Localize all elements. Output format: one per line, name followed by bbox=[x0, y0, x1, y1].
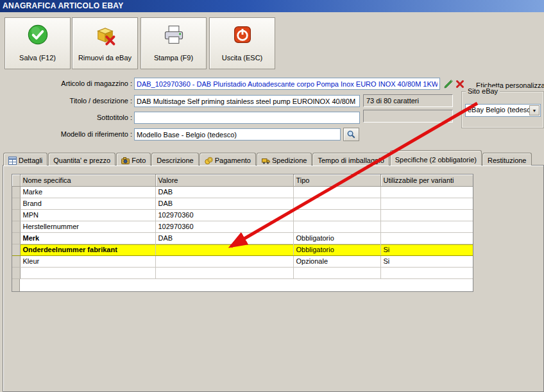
clear-article-icon[interactable] bbox=[455, 79, 465, 89]
cell-varianti[interactable] bbox=[380, 198, 473, 209]
corner-cell bbox=[12, 175, 20, 186]
specifics-table: Nome specificaValoreTipoUtilizzabile per… bbox=[12, 175, 473, 279]
tab-spedizione[interactable]: Spedizione bbox=[257, 153, 312, 166]
grid-icon bbox=[8, 157, 17, 165]
cell-valore[interactable]: 102970360 bbox=[155, 221, 293, 232]
sottotitolo-char-count bbox=[363, 110, 453, 123]
table-row[interactable]: Onderdeelnummer fabrikantObbligatorioSi bbox=[12, 244, 473, 255]
tab-restituzione[interactable]: Restituzione bbox=[482, 153, 532, 166]
cell-valore[interactable]: DAB bbox=[155, 198, 293, 209]
tab-strip: DettagliQuantita' e prezzoFotoDescrizion… bbox=[3, 150, 532, 166]
truck-icon bbox=[262, 157, 270, 165]
cell-nome[interactable]: Onderdeelnummer fabrikant bbox=[20, 244, 155, 255]
row-selector[interactable] bbox=[12, 221, 20, 232]
row-selector[interactable] bbox=[12, 232, 20, 244]
cell-tipo[interactable] bbox=[293, 221, 380, 232]
exit-icon bbox=[231, 23, 254, 46]
sito-ebay-combobox[interactable]: eBay Belgio (tedesco) ▼ bbox=[465, 104, 541, 117]
tab-specifiche-2-obbligatorie[interactable]: Specifiche (2 obbligatorie) bbox=[390, 150, 482, 166]
cell-valore[interactable]: 102970360 bbox=[155, 209, 293, 221]
row-selector[interactable] bbox=[12, 267, 20, 278]
save-button-label: Salva (F12) bbox=[5, 54, 70, 62]
cell-valore[interactable]: DAB bbox=[155, 232, 293, 244]
sottotitolo-input[interactable] bbox=[134, 112, 360, 124]
cell-valore[interactable] bbox=[155, 244, 293, 255]
tab-label: Descrizione bbox=[157, 157, 193, 164]
tab-quantita-e-prezzo[interactable]: Quantita' e prezzo bbox=[48, 153, 115, 166]
print-button[interactable]: Stampa (F9) bbox=[140, 17, 207, 69]
modello-input[interactable] bbox=[134, 128, 341, 141]
cell-varianti[interactable]: Si bbox=[380, 244, 473, 255]
cell-nome[interactable]: MPN bbox=[20, 209, 155, 221]
cell-nome[interactable]: Marke bbox=[20, 186, 155, 198]
cell-varianti[interactable] bbox=[380, 232, 473, 244]
save-button[interactable]: Salva (F12) bbox=[4, 17, 71, 69]
row-selector[interactable] bbox=[12, 198, 20, 209]
column-header[interactable]: Utilizzabile per varianti bbox=[380, 175, 473, 186]
table-row[interactable]: BrandDAB bbox=[12, 198, 473, 209]
tab-label: Tempo di imballaggio bbox=[318, 157, 384, 164]
cell-valore[interactable] bbox=[155, 267, 293, 278]
tab-label: Pagamento bbox=[215, 157, 251, 164]
remove-from-ebay-label: Rimuovi da eBay bbox=[72, 54, 137, 62]
cell-nome[interactable]: Merk bbox=[20, 232, 155, 244]
cell-tipo[interactable]: Opzionale bbox=[293, 255, 380, 267]
articolo-input[interactable] bbox=[134, 78, 440, 90]
table-row[interactable]: MarkeDAB bbox=[12, 186, 473, 198]
cell-valore[interactable] bbox=[155, 255, 293, 267]
modello-search-button[interactable] bbox=[343, 128, 359, 141]
cell-tipo[interactable]: Obbligatorio bbox=[293, 244, 380, 255]
grid-margin-tail bbox=[12, 279, 20, 292]
edit-pencil-icon[interactable] bbox=[443, 79, 454, 89]
tab-descrizione[interactable]: Descrizione bbox=[151, 153, 198, 166]
table-row[interactable]: KleurOpzionaleSi bbox=[12, 255, 473, 267]
sito-ebay-groupbox: Sito eBay eBay Belgio (tedesco) ▼ bbox=[461, 91, 544, 128]
column-header[interactable]: Tipo bbox=[293, 175, 380, 186]
chevron-down-icon[interactable]: ▼ bbox=[529, 105, 540, 115]
save-check-icon bbox=[26, 23, 49, 46]
cell-tipo[interactable]: Obbligatorio bbox=[293, 232, 380, 244]
cell-nome[interactable]: Kleur bbox=[20, 255, 155, 267]
cell-nome[interactable]: Herstellernummer bbox=[20, 221, 155, 232]
cell-varianti[interactable] bbox=[380, 209, 473, 221]
remove-from-ebay-button[interactable]: Rimuovi da eBay bbox=[72, 17, 138, 69]
cell-tipo[interactable] bbox=[293, 209, 380, 221]
titlebar: ANAGRAFICA ARTICOLO EBAY bbox=[0, 0, 544, 12]
remove-from-ebay-icon bbox=[94, 23, 117, 46]
cell-valore[interactable]: DAB bbox=[155, 186, 293, 198]
titolo-input[interactable] bbox=[134, 95, 360, 107]
coins-icon bbox=[205, 157, 213, 165]
exit-button-label: Uscita (ESC) bbox=[210, 54, 275, 62]
tab-label: Dettagli bbox=[19, 157, 42, 164]
cell-tipo[interactable] bbox=[293, 186, 380, 198]
cell-nome[interactable] bbox=[20, 267, 155, 278]
column-header[interactable]: Valore bbox=[155, 175, 293, 186]
print-button-label: Stampa (F9) bbox=[141, 54, 206, 62]
column-header[interactable]: Nome specifica bbox=[20, 175, 155, 186]
table-row[interactable]: MerkDABObbligatorio bbox=[12, 232, 473, 244]
table-row[interactable]: MPN102970360 bbox=[12, 209, 473, 221]
cell-varianti[interactable] bbox=[380, 267, 473, 278]
sottotitolo-label: Sottotitolo : bbox=[12, 114, 132, 121]
grid-body: MarkeDABBrandDABMPN102970360Herstellernu… bbox=[12, 186, 473, 278]
row-selector[interactable] bbox=[12, 209, 20, 221]
table-row[interactable]: Herstellernummer102970360 bbox=[12, 221, 473, 232]
cell-varianti[interactable]: Si bbox=[380, 255, 473, 267]
titolo-label: Titolo / descrizione : bbox=[12, 97, 132, 105]
cell-varianti[interactable] bbox=[380, 221, 473, 232]
tab-foto[interactable]: Foto bbox=[116, 153, 151, 166]
table-row[interactable] bbox=[12, 267, 473, 278]
cell-tipo[interactable] bbox=[293, 267, 380, 278]
tab-dettagli[interactable]: Dettagli bbox=[3, 153, 47, 166]
cell-nome[interactable]: Brand bbox=[20, 198, 155, 209]
tab-pagamento[interactable]: Pagamento bbox=[200, 153, 256, 166]
articolo-label: Articolo di magazzino : bbox=[12, 80, 132, 87]
row-selector[interactable] bbox=[12, 244, 20, 255]
cell-varianti[interactable] bbox=[380, 186, 473, 198]
tab-tempo-di-imballaggio[interactable]: Tempo di imballaggio bbox=[312, 153, 389, 166]
tab-label: Quantita' e prezzo bbox=[53, 157, 110, 164]
exit-button[interactable]: Uscita (ESC) bbox=[209, 17, 275, 69]
row-selector[interactable] bbox=[12, 255, 20, 267]
row-selector[interactable] bbox=[12, 186, 20, 198]
cell-tipo[interactable] bbox=[293, 198, 380, 209]
